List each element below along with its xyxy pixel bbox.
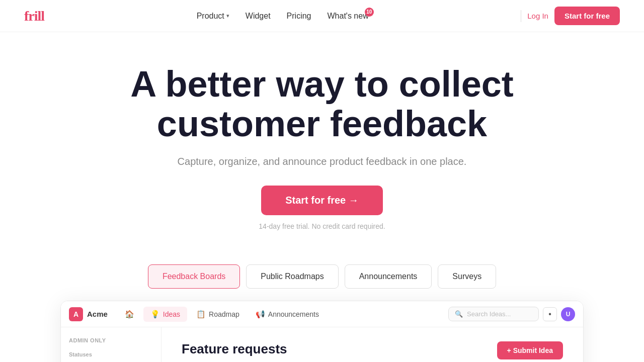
tab-feedback-boards[interactable]: Feedback Boards [148,264,240,289]
app-body: Admin only Statuses Backlog 👋 Under cons… [61,327,583,362]
search-icon: 🔍 [455,310,463,318]
app-nav-announcements[interactable]: 📢 Announcements [249,307,326,322]
submit-idea-button[interactable]: + Submit Idea [497,341,563,359]
home-icon: 🏠 [125,310,134,319]
navbar: frill Product ▾ Widget Pricing What's ne… [0,0,644,32]
search-placeholder-text: Search Ideas... [467,310,511,318]
dot-icon: • [548,310,551,319]
feature-tabs: Feedback Boards Public Roadmaps Announce… [0,264,644,289]
app-navbar: A Acme 🏠 💡 Ideas 📋 Roadmap 📢 Announcemen… [61,301,583,327]
nav-widget[interactable]: Widget [246,12,271,21]
site-logo: frill [24,8,44,24]
whats-new-badge: 10 [365,8,374,17]
hero-subtitle: Capture, organize, and announce product … [24,156,620,167]
chevron-down-icon: ▾ [226,13,229,19]
app-dot-button[interactable]: • [543,307,557,321]
app-nav-roadmap[interactable]: 📋 Roadmap [189,307,247,322]
trial-note: 14-day free trial. No credit card requir… [24,222,620,230]
board-title-area: Feature requests [182,341,287,357]
login-button[interactable]: Log In [527,12,548,20]
logo-area: frill [24,8,44,24]
navbar-actions: Log In Start for free [521,7,620,25]
start-for-free-hero-button[interactable]: Start for free → [261,186,383,215]
app-nav-right: 🔍 Search Ideas... • U [448,307,575,321]
app-nav-links: 🏠 💡 Ideas 📋 Roadmap 📢 Announcements [118,307,448,322]
admin-label: Admin only [69,337,153,343]
app-org-badge: A [69,307,83,321]
roadmap-icon: 📋 [196,310,206,319]
tab-surveys[interactable]: Surveys [438,264,496,289]
app-sidebar: Admin only Statuses Backlog 👋 Under cons… [61,327,162,362]
app-main-header: Feature requests + Submit Idea [182,341,563,359]
ideas-icon: 💡 [150,310,160,319]
tab-public-roadmaps[interactable]: Public Roadmaps [246,264,338,289]
app-nav-home[interactable]: 🏠 [118,307,141,322]
app-preview: A Acme 🏠 💡 Ideas 📋 Roadmap 📢 Announcemen… [60,301,584,362]
tab-announcements[interactable]: Announcements [345,264,432,289]
app-preview-wrapper: A Acme 🏠 💡 Ideas 📋 Roadmap 📢 Announcemen… [0,301,644,362]
hero-section: A better way to collect customer feedbac… [0,32,644,246]
announcements-icon: 📢 [256,310,265,319]
hero-title: A better way to collect customer feedbac… [126,64,518,144]
nav-pricing[interactable]: Pricing [287,12,311,21]
app-search-bar[interactable]: 🔍 Search Ideas... [448,307,539,321]
app-nav-ideas[interactable]: 💡 Ideas [143,307,187,322]
nav-links: Product ▾ Widget Pricing What's new 10 [197,12,369,21]
start-for-free-nav-button[interactable]: Start for free [554,7,620,25]
statuses-label: Statuses [69,351,153,357]
avatar: U [561,307,575,321]
board-title: Feature requests [182,341,287,357]
nav-product[interactable]: Product ▾ [197,12,229,21]
app-org-name: Acme [87,310,108,318]
nav-whats-new[interactable]: What's new 10 [327,12,368,21]
divider [521,10,521,22]
app-main-content: Feature requests + Submit Idea Ideas to … [162,327,583,362]
